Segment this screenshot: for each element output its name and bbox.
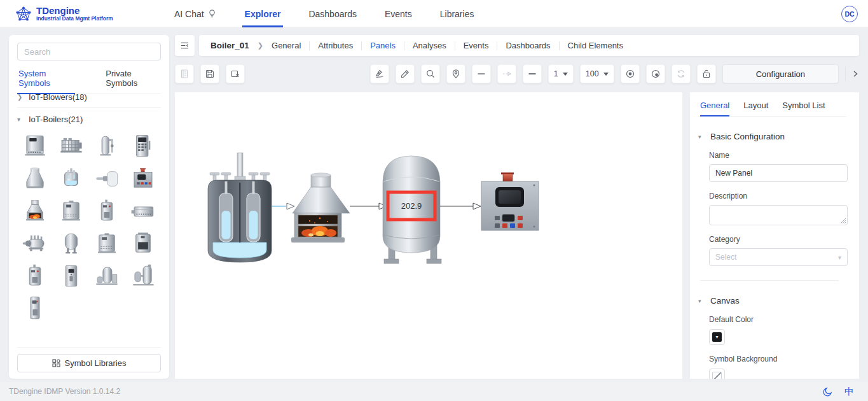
symbol-thumb-horizontal-unit[interactable] [128,197,158,226]
inspector-tab-layout[interactable]: Layout [743,101,768,116]
tab-dashboards[interactable]: Dashboards [506,41,550,50]
tab-general[interactable]: General [272,41,301,50]
chevron-down-icon: ▾ [838,254,841,261]
zoom-search-button[interactable] [421,64,440,83]
symbol-background-label: Symbol Background [709,355,846,363]
water-tank-symbol [208,153,272,262]
group-iot-boilers[interactable]: ▾ IoT-Boilers(21) [17,109,161,129]
symbol-background-picker[interactable] [709,369,725,379]
panel-canvas[interactable]: 202.9 [175,92,682,379]
tab-analyses[interactable]: Analyses [413,41,446,50]
main-area: System Symbols Private Symbols ❯ IoT-Blo… [0,28,868,382]
symbol-thumb-tall-boiler[interactable] [20,294,50,323]
tab-system-symbols[interactable]: System Symbols [17,69,75,94]
nav-explorer[interactable]: Explorer [245,0,281,27]
symbol-thumb-tank-with-pipe[interactable] [92,132,122,161]
furnace-symbol [291,173,350,243]
fired-furnace-icon [21,198,49,225]
liquid-tank-icon [57,165,85,192]
symbol-thumb-boiler-cabinet[interactable] [20,132,50,161]
tank-with-side-vessel-icon [129,263,157,290]
line-tool-button[interactable] [472,64,491,83]
symbol-thumb-vertical-boiler[interactable] [92,197,122,226]
reset-view-button[interactable] [646,64,665,83]
content-column: Boiler_01 ❯ General Attributes Panels An… [174,35,859,379]
symbols-tree[interactable]: ❯ IoT-Blowers(18) ▾ IoT-Boilers(21) [17,94,161,347]
zoom-level-dropdown[interactable]: 100 [580,64,614,83]
dark-mode-moon-icon[interactable] [823,386,833,397]
symbol-thumb-horizontal-boiler[interactable] [20,229,50,258]
symbol-thumb-door-panel[interactable] [56,262,86,291]
group-iot-blowers[interactable]: ❯ IoT-Blowers(18) [17,94,161,104]
breadcrumb-root[interactable]: Boiler_01 [210,41,249,50]
edit-pencil-button[interactable] [396,64,415,83]
tab-events[interactable]: Events [464,41,489,50]
chevron-down-icon: ▾ [698,134,705,140]
symbol-thumb-burner-tool[interactable] [92,164,122,193]
line-width-button[interactable] [523,64,542,83]
user-avatar[interactable]: DC [841,6,858,22]
chevron-down-icon: ▾ [698,298,705,304]
symbol-thumb-fired-furnace[interactable] [20,197,50,226]
symbol-thumb-pressure-tank[interactable] [56,229,86,258]
refresh-button[interactable] [672,64,691,83]
symbol-thumb-hopper-cabinet[interactable] [128,229,158,258]
divider [700,280,839,281]
menu-fold-icon [180,41,189,50]
version-text: TDengine IDMP Version 1.0.14.2 [9,387,120,396]
tab-panels[interactable]: Panels [370,41,396,50]
tdengine-logo-icon [15,6,32,22]
symbol-libraries-button[interactable]: Symbol Libraries [17,354,161,372]
description-field[interactable] [709,205,848,225]
tab-child-elements[interactable]: Child Elements [568,41,623,50]
default-color-picker[interactable]: ▾ [709,329,725,345]
locate-pin-button[interactable] [446,64,465,83]
nav-libraries[interactable]: Libraries [440,0,474,27]
symbol-thumb-control-box[interactable] [128,164,158,193]
section-canvas[interactable]: ▾ Canvas [698,296,846,306]
symbol-grid [17,132,161,323]
symbols-sidebar: System Symbols Private Symbols ❯ IoT-Blo… [9,35,169,379]
section-basic-configuration[interactable]: ▾ Basic Configuration [698,132,846,141]
symbol-thumb-hopper-vessel[interactable] [20,164,50,193]
save-button[interactable] [200,64,219,83]
name-field[interactable] [709,164,848,182]
nav-dashboards[interactable]: Dashboards [308,0,357,27]
tab-private-symbols[interactable]: Private Symbols [104,69,161,94]
tdengine-logo[interactable]: TDengine Industrial Data Mgmt Platform [15,6,113,22]
search-input[interactable] [17,43,161,60]
chevron-down-icon: ▾ [17,116,24,123]
tab-attributes[interactable]: Attributes [318,41,353,50]
symbol-thumb-boiler-assembly[interactable] [92,262,122,291]
pen-tool-button[interactable] [370,64,389,83]
tall-boiler-icon [21,295,49,322]
symbol-thumb-electric-cabinet[interactable] [56,197,86,226]
color-swatch-dark: ▾ [712,332,722,342]
caret-down-icon [563,73,568,76]
category-select[interactable]: Select ▾ [709,248,848,266]
symbol-thumb-control-cabinet[interactable] [128,132,158,161]
clear-canvas-button[interactable] [226,64,245,83]
symbol-thumb-slim-boiler[interactable] [20,262,50,291]
panel-toolbar: 1 100 Configuration [175,64,859,83]
unlock-button[interactable] [697,64,716,83]
inspector-tab-symbol-list[interactable]: Symbol List [782,101,825,116]
symbol-thumb-tank-with-side-vessel[interactable] [128,262,158,291]
page-select-dropdown[interactable]: 1 [548,64,574,83]
symbols-tabs: System Symbols Private Symbols [17,69,161,94]
slim-boiler-icon [21,263,49,290]
inspector-tab-general[interactable]: General [700,101,729,116]
symbol-thumb-liquid-tank[interactable] [56,164,86,193]
panel-list-button[interactable] [175,64,194,83]
expand-toolbar-button[interactable] [845,67,859,81]
nav-ai-chat[interactable]: AI Chat [174,0,217,27]
center-view-button[interactable] [621,64,640,83]
configuration-button[interactable]: Configuration [722,64,839,83]
collapse-sidebar-button[interactable] [175,35,195,56]
connector-arrow-button[interactable] [497,64,516,83]
nav-events[interactable]: Events [385,0,412,27]
symbol-thumb-vented-cabinet[interactable] [92,229,122,258]
symbol-thumb-industrial-engine[interactable] [56,132,86,161]
language-toggle-icon[interactable]: 中 [844,386,854,398]
tank-with-pipe-icon [93,133,121,160]
